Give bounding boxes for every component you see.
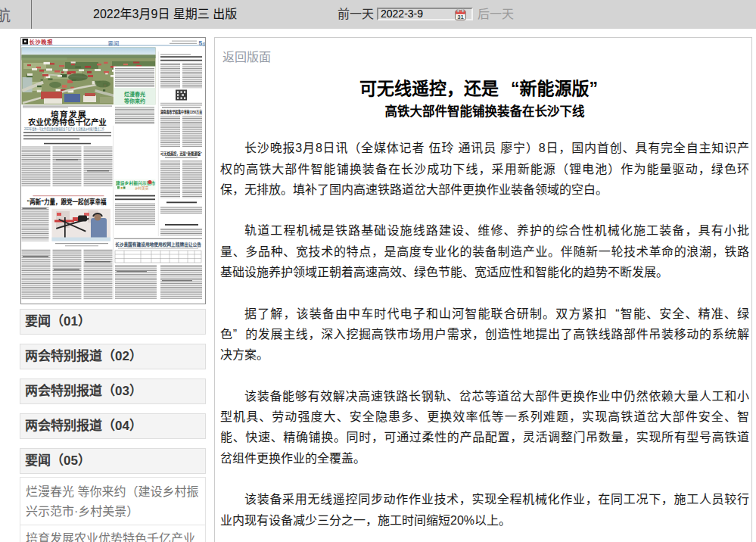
svg-text:可无线遥控，还是“新能源版”: 可无线遥控，还是“新能源版” xyxy=(160,151,202,157)
svg-text:长沙县国有建设用地使用权网上挂牌出让公告: 长沙县国有建设用地使用权网上挂牌出让公告 xyxy=(115,241,201,248)
svg-text:版: 版 xyxy=(203,42,206,47)
svg-text:等你来约: 等你来约 xyxy=(123,98,145,104)
svg-text:湖南春收早稻集中育秧1350万亩: 湖南春收早稻集中育秧1350万亩 xyxy=(160,109,203,115)
svg-text:“两新”力量，跟党一起创享幸福: “两新”力量，跟党一起创享幸福 xyxy=(27,198,107,206)
svg-text:长沙晚报: 长沙晚报 xyxy=(30,39,54,45)
svg-text:农业优势特色千亿产业: 农业优势特色千亿产业 xyxy=(27,117,107,126)
svg-text:2022年省委一号文件提出做优做强农业千亿产业 扎实推进乡村: 2022年省委一号文件提出做优做强农业千亿产业 扎实推进乡村振兴重点工作 xyxy=(24,126,104,132)
svg-text:31: 31 xyxy=(457,14,464,20)
svg-text:乡村美景: 乡村美景 xyxy=(135,185,149,191)
svg-text:烂漫春光: 烂漫春光 xyxy=(124,91,145,98)
